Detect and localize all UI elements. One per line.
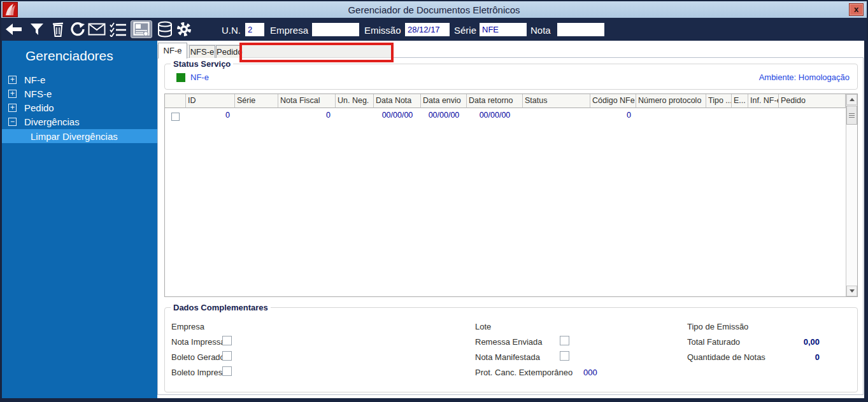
quantidade-notas-label: Quantidade de Notas [687,352,765,362]
status-servico-title: Status Serviço [171,59,233,69]
col-serie[interactable]: Série [235,94,278,108]
dados-complementares-group: Dados Complementares Empresa Nota Impres… [164,307,858,392]
sidebar-item-divergencias[interactable]: − Divergências [2,114,157,128]
sidebar-title: Gerenciadores [25,48,113,64]
collapse-minus-icon[interactable]: − [8,118,17,126]
sidebar-item-pedido[interactable]: + Pedido [2,100,157,114]
gear-icon[interactable] [174,20,194,38]
sidebar-item-nfe[interactable]: + NF-e [2,73,157,87]
sidebar-item-label: NFS-e [24,88,52,99]
database-icon[interactable] [155,20,174,38]
nota-impressa-label: Nota Impressa [171,337,225,347]
status-servico-group: Status Serviço NF-e Ambiente: Homologaçã… [164,64,858,90]
annotation-highlight-box [239,43,394,62]
filter-icon[interactable] [27,20,46,38]
row-checkbox[interactable] [171,113,180,121]
cell-un-neg [336,108,374,122]
cell-id: 0 [186,108,235,122]
quantidade-notas-value: 0 [776,352,820,362]
trash-icon[interactable] [48,20,68,38]
expand-plus-icon[interactable]: + [8,104,17,112]
expand-plus-icon[interactable]: + [8,76,17,84]
refresh-icon[interactable] [68,20,87,38]
cell-data-nota: 00/00/00 [374,108,421,122]
col-data-nota[interactable]: Data Nota [374,94,421,108]
emissao-input[interactable] [405,23,450,36]
col-tipo[interactable]: Tipo ... [706,94,732,108]
app-window: Gerenciador de Documentos Eletrônicos x [0,0,868,402]
row-select-cell [165,108,186,122]
lote-label: Lote [475,322,491,331]
title-bar: Gerenciador de Documentos Eletrônicos x [1,1,867,18]
close-button[interactable]: x [849,3,864,16]
sidebar-item-label: NF-e [24,74,45,85]
col-select [165,94,186,108]
certificate-save-icon[interactable] [131,20,152,38]
boleto-gerado-checkbox[interactable] [222,351,232,361]
expand-plus-icon[interactable]: + [8,90,17,98]
total-faturado-label: Total Faturado [687,337,740,347]
cell-codigo-nfe: 0 [590,108,636,122]
serie-input[interactable] [480,23,527,36]
nota-manifestada-label: Nota Manifestada [475,352,540,362]
prot-canc-value: 000 [583,368,597,377]
scroll-up-icon[interactable] [846,94,857,105]
checklist-icon[interactable] [108,20,127,38]
cell-e [732,108,748,122]
prot-canc-label: Prot. Canc. Extemporâneo [475,368,573,377]
col-id[interactable]: ID [186,94,235,108]
nota-input[interactable] [557,23,604,36]
empresa-input[interactable] [312,23,359,36]
col-status[interactable]: Status [523,94,590,108]
remessa-enviada-checkbox[interactable] [560,336,569,345]
table-row[interactable]: 0 0 00/00/00 00/00/00 00/00/00 0 [165,108,846,122]
scrollbar-thumb[interactable] [846,106,857,125]
boleto-gerado-label: Boleto Gerado [171,352,225,362]
sidebar: Gerenciadores + NF-e + NFS-e + Pedido − … [2,41,157,398]
col-data-envio[interactable]: Data envio [421,94,467,108]
cell-data-retorno: 00/00/00 [467,108,523,122]
col-numero-protocolo[interactable]: Número protocolo [636,94,706,108]
nota-impressa-checkbox[interactable] [222,336,232,345]
tab-pedido[interactable]: Pedido [216,45,242,58]
back-icon[interactable] [4,20,23,38]
tab-nfe[interactable]: NF-e [158,43,187,59]
sidebar-item-nfse[interactable]: + NFS-e [2,87,157,100]
vertical-scrollbar[interactable] [846,94,857,296]
tab-nfse[interactable]: NFS-e [189,45,215,58]
col-codigo-nfe[interactable]: Código NFe [590,94,636,108]
col-inf-nfe[interactable]: Inf. NF-e [748,94,779,108]
nota-label: Nota [530,25,551,36]
documents-grid: ID Série Nota Fiscal Un. Neg. Data Nota … [164,94,858,297]
cell-data-envio: 00/00/00 [421,108,467,122]
col-nota-fiscal[interactable]: Nota Fiscal [278,94,336,108]
col-pedido[interactable]: Pedido [779,94,846,108]
cell-status [523,108,590,122]
cell-serie [235,108,278,122]
total-faturado-value: 0,00 [776,337,820,347]
sidebar-item-label: Divergências [24,116,80,127]
email-icon[interactable] [87,20,106,38]
col-e[interactable]: E... [732,94,748,108]
sidebar-item-limpar-divergencias[interactable]: Limpar Divergências [2,129,157,143]
sidebar-item-label: Pedido [24,102,54,113]
toolbar: U.N. Empresa Emissão Série Nota [1,18,867,41]
boleto-impresso-checkbox[interactable] [222,366,232,376]
col-data-retorno[interactable]: Data retorno [467,94,523,108]
cell-pedido [779,108,846,122]
un-label: U.N. [222,25,241,36]
col-un-neg[interactable]: Un. Neg. [336,94,374,108]
emissao-label: Emissão [364,25,401,36]
scroll-down-icon[interactable] [846,286,857,296]
cell-numero-protocolo [636,108,706,122]
cell-tipo [706,108,732,122]
nota-manifestada-checkbox[interactable] [560,351,569,361]
dados-complementares-title: Dados Complementares [171,303,271,312]
tipo-emissao-label: Tipo de Emissão [687,322,748,331]
status-green-indicator-icon [176,73,185,82]
main-area: NF-e NFS-e Pedido Status Serviço NF-e Am… [157,41,864,398]
app-logo-icon [3,2,18,17]
un-input[interactable] [245,23,264,36]
status-service-label: NF-e [190,73,209,82]
cell-nota-fiscal: 0 [278,108,336,122]
